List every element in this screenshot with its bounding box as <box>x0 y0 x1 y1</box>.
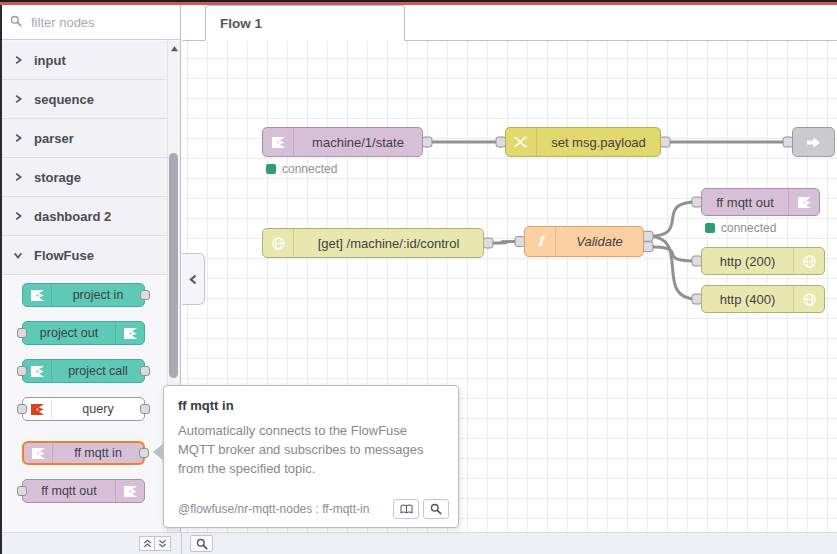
node-port[interactable] <box>17 366 27 376</box>
flow-node-label: machine/1/state <box>294 128 422 156</box>
node-port[interactable] <box>140 366 150 376</box>
palette-node-label: ff mqtt in <box>53 443 143 463</box>
window-top-bar <box>0 0 837 5</box>
flow-node-change[interactable]: set msg.payload <box>505 127 661 157</box>
category-label: FlowFuse <box>34 248 94 263</box>
status-dot <box>266 164 276 174</box>
node-port[interactable] <box>140 404 150 414</box>
tooltip-title: ff mqtt in <box>178 398 444 413</box>
node-port[interactable] <box>483 238 493 248</box>
wire[interactable] <box>648 247 697 261</box>
svg-text:f: f <box>537 234 545 249</box>
flow-node-function[interactable]: fValidate <box>524 226 644 257</box>
flow-node-label: http (400) <box>702 286 793 312</box>
expand-all-button[interactable] <box>155 536 171 551</box>
window-left-edge <box>0 5 2 554</box>
shuffle-icon <box>506 128 537 156</box>
flowfuse-logo-icon <box>23 284 52 306</box>
collapse-all-icon <box>143 539 152 548</box>
palette-node-ff-mqtt-out[interactable]: ff mqtt out <box>22 479 145 503</box>
flowfuse-logo-icon <box>24 443 53 463</box>
chevron-down-icon <box>13 250 23 260</box>
node-port[interactable] <box>660 137 670 147</box>
footer <box>0 532 837 554</box>
flow-node-mqtt-out[interactable]: ff mqtt out <box>701 188 820 216</box>
node-port[interactable] <box>17 486 27 496</box>
book-icon <box>400 504 413 515</box>
tooltip-arrow <box>153 443 164 461</box>
globe-icon <box>793 248 824 274</box>
flow-node-label: [get] /machine/:id/control <box>294 229 483 257</box>
category-label: parser <box>34 131 74 146</box>
wire[interactable] <box>648 236 697 299</box>
node-port[interactable] <box>422 137 432 147</box>
flow-node-label: Validate <box>556 227 643 256</box>
node-port[interactable] <box>17 328 27 338</box>
flow-tabbar: Flow 1 <box>182 5 837 41</box>
palette-node-query[interactable]: query <box>22 397 145 421</box>
node-port[interactable] <box>139 448 149 458</box>
link-out-icon <box>793 128 834 156</box>
category-label: storage <box>34 170 81 185</box>
tooltip-book-button[interactable] <box>393 499 419 519</box>
expand-all-icon <box>158 539 167 548</box>
chevron-right-icon <box>13 133 23 143</box>
wire[interactable] <box>648 202 697 236</box>
status-dot <box>705 223 715 233</box>
palette-node-label: ff mqtt out <box>23 480 115 502</box>
palette-node-label: query <box>52 398 144 420</box>
palette-node-label: project in <box>52 284 144 306</box>
sidebar-toggle[interactable] <box>182 253 205 305</box>
palette-category-input[interactable]: input <box>0 41 167 80</box>
chevron-right-icon <box>13 94 23 104</box>
category-label: dashboard 2 <box>34 209 111 224</box>
palette-node-label: project out <box>23 322 115 344</box>
node-status: connected <box>705 221 776 235</box>
palette-node-project-in[interactable]: project in <box>22 283 145 307</box>
node-port[interactable] <box>643 231 653 241</box>
flow-node-http-in[interactable]: [get] /machine/:id/control <box>262 228 484 258</box>
scrollbar-up-arrow-icon[interactable] <box>169 45 179 52</box>
palette-category-flowfuse[interactable]: FlowFuse <box>0 236 167 275</box>
palette-search[interactable] <box>0 5 180 40</box>
node-tooltip: ff mqtt in Automatically connects to the… <box>163 385 459 528</box>
palette-category-dashboard-2[interactable]: dashboard 2 <box>0 197 167 236</box>
search-icon <box>10 13 22 31</box>
flow-node-mqtt-in[interactable]: machine/1/state <box>262 127 423 157</box>
footer-separator <box>181 533 182 554</box>
palette-category-sequence[interactable]: sequence <box>0 80 167 119</box>
flowfuse-logo-icon <box>115 480 144 502</box>
wire[interactable] <box>488 242 520 244</box>
flow-node-label: set msg.payload <box>537 128 660 156</box>
tooltip-search-button[interactable] <box>423 499 449 519</box>
node-port[interactable] <box>140 290 150 300</box>
flowfuse-logo-icon <box>115 322 144 344</box>
palette-node-ff-mqtt-in[interactable]: ff mqtt in <box>22 441 145 465</box>
flow-node-http-400[interactable]: http (400) <box>701 285 825 313</box>
node-port[interactable] <box>643 242 653 252</box>
palette-node-label: project call <box>52 360 144 382</box>
tab-flow-1[interactable]: Flow 1 <box>205 5 405 41</box>
flowfuse-logo-icon <box>23 398 52 420</box>
palette-node-project-call[interactable]: project call <box>22 359 145 383</box>
scrollbar-thumb[interactable] <box>169 153 178 378</box>
category-label: input <box>34 53 66 68</box>
palette-category-storage[interactable]: storage <box>0 158 167 197</box>
palette-category-parser[interactable]: parser <box>0 119 167 158</box>
workspace-search-button[interactable] <box>190 535 213 552</box>
palette-filter-input[interactable] <box>29 14 158 31</box>
node-port[interactable] <box>17 404 27 414</box>
collapse-all-button[interactable] <box>139 536 155 551</box>
function-icon: f <box>525 227 556 256</box>
tooltip-module-id: @flowfuse/nr-mqtt-nodes : ff-mqtt-in <box>178 502 369 516</box>
status-text: connected <box>721 221 776 235</box>
chevron-right-icon <box>13 55 23 65</box>
flow-node-http-200[interactable]: http (200) <box>701 247 825 275</box>
node-status: connected <box>266 162 337 176</box>
flowfuse-logo-icon <box>788 189 819 215</box>
search-icon <box>430 503 442 515</box>
tooltip-body: Automatically connects to the FlowFuse M… <box>178 422 444 479</box>
palette-node-project-out[interactable]: project out <box>22 321 145 345</box>
status-text: connected <box>282 162 337 176</box>
flow-node-link-out[interactable] <box>792 127 835 157</box>
